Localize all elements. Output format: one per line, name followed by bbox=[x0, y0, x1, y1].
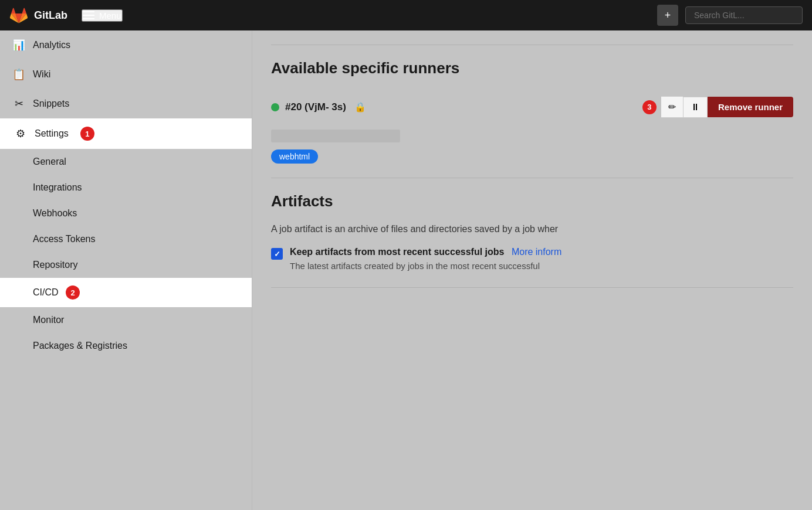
runner-description-placeholder bbox=[271, 130, 400, 142]
runner-edit-button[interactable]: ✏ bbox=[661, 96, 683, 118]
artifacts-sub-label: The latest artifacts created by jobs in … bbox=[290, 260, 561, 273]
runner-tag: webhtml bbox=[271, 149, 318, 164]
sidebar-sub-cicd[interactable]: CI/CD 2 bbox=[0, 278, 252, 307]
top-divider bbox=[271, 45, 793, 45]
runner-info: #20 (VjM- 3s) 🔒 bbox=[271, 101, 366, 113]
runner-pause-button[interactable]: ⏸ bbox=[683, 97, 708, 118]
gitlab-title: GitLab bbox=[34, 9, 67, 22]
top-nav: GitLab Menu + bbox=[0, 0, 812, 30]
sidebar-item-label: Analytics bbox=[33, 40, 70, 50]
gitlab-logo: GitLab bbox=[9, 6, 67, 25]
bottom-divider bbox=[271, 287, 793, 288]
sub-item-label: Repository bbox=[33, 260, 77, 270]
sidebar-item-settings[interactable]: ⚙ Settings 1 bbox=[0, 118, 252, 149]
sub-item-label: Access Tokens bbox=[33, 234, 95, 244]
artifacts-title: Artifacts bbox=[271, 192, 793, 210]
runner-status-dot bbox=[271, 103, 279, 111]
sidebar-sub-monitor[interactable]: Monitor bbox=[0, 307, 252, 333]
sidebar-item-label: Wiki bbox=[33, 69, 50, 80]
artifacts-label-container: Keep artifacts from most recent successf… bbox=[290, 247, 561, 273]
runner-lock-icon: 🔒 bbox=[354, 101, 366, 113]
hamburger-icon bbox=[83, 11, 94, 19]
sidebar-item-label: Snippets bbox=[33, 98, 69, 109]
sidebar-sub-general[interactable]: General bbox=[0, 149, 252, 175]
sub-item-label: General bbox=[33, 157, 66, 166]
runner-row: #20 (VjM- 3s) 🔒 3 ✏ ⏸ Remove runner bbox=[271, 89, 793, 125]
sidebar-sub-access-tokens[interactable]: Access Tokens bbox=[0, 226, 252, 252]
artifacts-strong-label: Keep artifacts from most recent successf… bbox=[290, 247, 504, 257]
sub-item-label: Webhooks bbox=[33, 208, 77, 218]
settings-badge: 1 bbox=[80, 127, 94, 141]
sub-item-label: Monitor bbox=[33, 315, 64, 325]
nav-right: + bbox=[657, 5, 803, 26]
runners-title: Available specific runners bbox=[271, 59, 793, 77]
sub-item-label: Packages & Registries bbox=[33, 341, 127, 351]
sidebar-sub-webhooks[interactable]: Webhooks bbox=[0, 200, 252, 226]
keep-artifacts-checkbox[interactable] bbox=[271, 248, 283, 260]
sidebar-item-snippets[interactable]: ✂ Snippets bbox=[0, 89, 252, 118]
artifacts-main-label: Keep artifacts from most recent successf… bbox=[290, 247, 507, 257]
sidebar-item-label: Settings bbox=[35, 128, 69, 139]
sub-item-label: Integrations bbox=[33, 182, 82, 192]
artifacts-label-row: Keep artifacts from most recent successf… bbox=[290, 247, 561, 257]
runner-name: #20 (VjM- 3s) bbox=[285, 101, 346, 113]
sidebar-item-wiki[interactable]: 📋 Wiki bbox=[0, 60, 252, 89]
runner-remove-button[interactable]: Remove runner bbox=[708, 97, 793, 117]
sidebar-item-analytics[interactable]: 📊 Analytics bbox=[0, 30, 252, 60]
middle-divider bbox=[271, 178, 793, 178]
sidebar-sub-integrations[interactable]: Integrations bbox=[0, 175, 252, 200]
artifacts-checkbox-row: Keep artifacts from most recent successf… bbox=[271, 247, 793, 273]
runner-actions: 3 ✏ ⏸ Remove runner bbox=[638, 96, 793, 118]
cicd-badge: 2 bbox=[66, 285, 80, 300]
main-content: Available specific runners #20 (VjM- 3s)… bbox=[252, 30, 812, 510]
more-info-link[interactable]: More inform bbox=[512, 247, 561, 257]
analytics-icon: 📊 bbox=[12, 39, 26, 52]
search-input[interactable] bbox=[685, 6, 803, 24]
sidebar: 📊 Analytics 📋 Wiki ✂ Snippets ⚙ Settings… bbox=[0, 30, 252, 510]
menu-button[interactable]: Menu bbox=[82, 9, 123, 22]
sidebar-sub-repository[interactable]: Repository bbox=[0, 252, 252, 278]
sidebar-sub-packages[interactable]: Packages & Registries bbox=[0, 333, 252, 359]
app-layout: 📊 Analytics 📋 Wiki ✂ Snippets ⚙ Settings… bbox=[0, 30, 812, 510]
content-inner: Available specific runners #20 (VjM- 3s)… bbox=[252, 30, 812, 316]
new-item-button[interactable]: + bbox=[657, 5, 678, 26]
artifacts-description: A job artifact is an archive of files an… bbox=[271, 222, 793, 236]
wiki-icon: 📋 bbox=[12, 68, 26, 81]
sub-item-label: CI/CD bbox=[33, 287, 59, 297]
gitlab-icon bbox=[9, 6, 28, 25]
menu-label: Menu bbox=[99, 11, 121, 21]
settings-icon: ⚙ bbox=[13, 127, 28, 140]
runner-badge: 3 bbox=[642, 100, 657, 114]
snippets-icon: ✂ bbox=[12, 97, 26, 110]
